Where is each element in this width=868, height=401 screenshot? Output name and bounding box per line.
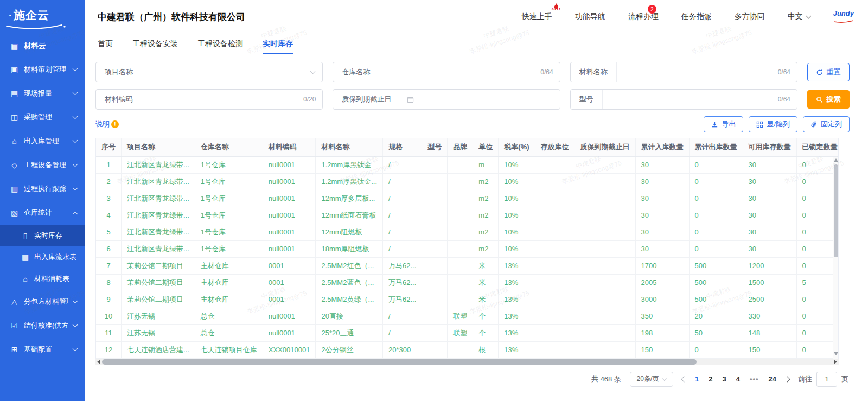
sidebar-item[interactable]: ◫采购管理 <box>0 105 85 129</box>
project-name-select[interactable]: 项目名称 <box>95 62 323 82</box>
material-name-input[interactable]: 材料名称 0/64 <box>570 62 797 82</box>
site-report-icon: ▤ <box>10 89 19 98</box>
page-number[interactable]: 1 <box>695 375 699 383</box>
sidebar-item[interactable]: ⌂出入库管理 <box>0 129 85 153</box>
sidebar: ·施企云 ▦ 材料云 ▣材料策划管理▤现场报量◫采购管理⌂出入库管理◇工程设备管… <box>0 0 85 401</box>
table-cell <box>575 240 635 257</box>
show-hide-columns-button[interactable]: 显/隐列 <box>749 116 797 132</box>
table-cell: 2 <box>96 173 122 190</box>
pin-columns-button[interactable]: 固定列 <box>803 116 850 132</box>
sidebar-item[interactable]: ◇工程设备管理 <box>0 153 85 177</box>
nav-item-label: 功能导航 <box>575 12 605 21</box>
sidebar-subitem[interactable]: ▯实时库存 <box>0 225 85 246</box>
table-row[interactable]: 7茉莉公馆二期项目主材仓库00012.5MM2红色（...万马62...米13%… <box>96 257 839 274</box>
table-row[interactable]: 4江北新区青龙绿带...1号仓库null000112mm纸面石膏板/m210%3… <box>96 207 839 224</box>
prev-page-button[interactable] <box>681 376 687 382</box>
table-cell: 10% <box>499 207 535 224</box>
table-cell: 主材仓库 <box>195 274 263 291</box>
table-cell: null0001 <box>263 324 316 341</box>
table-row[interactable]: 10江苏无锡总仓null000120直接/联塑个13%3502033000.4 <box>96 308 839 324</box>
table-row[interactable]: 8茉莉公馆二期项目主材仓库00012.5MM2蓝色（...万马62...米13%… <box>96 274 839 291</box>
model-input[interactable]: 型号 0/64 <box>570 89 797 110</box>
reset-button[interactable]: 重置 <box>807 63 850 81</box>
table-cell: / <box>383 207 422 224</box>
warehouse-name-counter: 0/64 <box>540 68 559 76</box>
sidebar-item[interactable]: △分包方材料管理 <box>0 290 85 314</box>
table-cell <box>448 207 473 224</box>
table-row[interactable]: 6江北新区青龙绿带...1号仓库null000118mm厚阻燃板/m210%30… <box>96 240 839 257</box>
table-cell <box>535 257 575 274</box>
note-link[interactable]: 说明 ! <box>95 119 119 129</box>
sidebar-section-material-cloud[interactable]: ▦ 材料云 <box>0 36 85 58</box>
table-cell: 江北新区青龙绿带... <box>122 173 195 190</box>
nav-item[interactable]: 流程办理2 <box>628 12 659 22</box>
sidebar-item[interactable]: ▧仓库统计 <box>0 201 85 225</box>
export-button[interactable]: 导出 <box>704 116 743 132</box>
horizontal-scroll-thumb[interactable] <box>102 359 697 365</box>
sidebar-item[interactable]: ▤现场报量 <box>0 81 85 105</box>
nav-item[interactable]: 任务指派 <box>681 12 712 22</box>
table-cell: 13% <box>499 274 535 291</box>
table-row[interactable]: 3江北新区青龙绿带...1号仓库null000112mm厚多层板.../m210… <box>96 190 839 207</box>
nav-item[interactable]: 快速上手HOT <box>522 12 552 22</box>
tab-item[interactable]: 工程设备安装 <box>132 34 178 54</box>
horizontal-scrollbar[interactable] <box>95 359 839 365</box>
scroll-down-icon[interactable] <box>834 352 838 355</box>
sidebar-item[interactable]: ⊞基础配置 <box>0 338 85 361</box>
warehouse-name-input[interactable]: 仓库名称 0/64 <box>333 62 560 82</box>
table-cell: 0001 <box>263 274 316 291</box>
page-number[interactable]: 3 <box>722 375 726 383</box>
sidebar-subitem[interactable]: ⌂材料消耗表 <box>0 268 85 290</box>
table-cell: 148 <box>743 324 796 341</box>
search-button[interactable]: 搜索 <box>807 90 850 109</box>
sidebar-item-label: 出入库管理 <box>24 136 59 146</box>
chevron-down-icon <box>73 186 78 191</box>
table-cell: 30 <box>635 190 689 207</box>
nav-item[interactable]: 中文 <box>788 12 810 22</box>
table-cell: 30 <box>635 156 689 173</box>
table-row[interactable]: 5江北新区青龙绿带...1号仓库null000112mm阻燃板/m210%300… <box>96 224 839 240</box>
table-cell: 13% <box>499 341 535 358</box>
scroll-up-icon[interactable] <box>834 158 838 162</box>
table-cell <box>575 257 635 274</box>
warranty-date-picker[interactable]: 质保到期截止日 <box>333 89 560 110</box>
vertical-scrollbar[interactable] <box>833 157 838 359</box>
table-row[interactable]: 2江北新区青龙绿带...1号仓库null00011.2mm厚黑钛金.../m21… <box>96 173 839 190</box>
refresh-icon <box>816 69 823 76</box>
tab-item[interactable]: 首页 <box>98 34 113 54</box>
page-number[interactable]: 2 <box>709 375 712 383</box>
table-cell: null0001 <box>263 240 316 257</box>
table-row[interactable]: 9茉莉公馆二期项目主材仓库00012.5MM2黄绿（...万马62...米13%… <box>96 291 839 308</box>
tab-item[interactable]: 工程设备检测 <box>197 34 243 54</box>
vertical-scroll-thumb[interactable] <box>834 164 838 257</box>
table-row[interactable]: 1江北新区青龙绿带...1号仓库null00011.2mm厚黑钛金/m10%30… <box>96 156 839 173</box>
tab-active[interactable]: 实时库存 <box>263 34 293 54</box>
sidebar-item-label: 结付核准(供方报) <box>24 321 68 330</box>
top-nav: 快速上手HOT功能导航流程办理2任务指派多方协同中文Jundy <box>522 10 854 24</box>
table-cell: m <box>473 156 499 173</box>
material-code-value <box>142 90 303 109</box>
material-code-input[interactable]: 材料编码 0/20 <box>95 89 323 110</box>
table-row[interactable]: 11江苏无锡总仓null000125*20三通/联塑个13%1985014800… <box>96 324 839 341</box>
table-cell <box>422 173 448 190</box>
scroll-left-icon[interactable] <box>97 360 100 364</box>
page-number[interactable]: 4 <box>736 375 740 383</box>
table-row[interactable]: 12七天连锁酒店营建...七天连锁项目仓库XXX00100012公分钢丝20*3… <box>96 341 839 358</box>
page-number[interactable]: 24 <box>769 375 776 383</box>
table-cell: 0001 <box>263 291 316 308</box>
sidebar-item[interactable]: ☑结付核准(供方报) <box>0 314 85 338</box>
page-size-select[interactable]: 20条/页 <box>630 372 673 387</box>
material-name-value <box>617 62 778 82</box>
nav-item[interactable]: 多方协同 <box>735 12 765 22</box>
sidebar-subitem[interactable]: ▤出入库流水表 <box>0 246 85 268</box>
table-cell: 江北新区青龙绿带... <box>122 156 195 173</box>
goto-page-input[interactable]: 1 <box>816 372 837 387</box>
next-page-button[interactable] <box>784 376 790 382</box>
table-cell: 总仓 <box>195 308 263 324</box>
sidebar-item[interactable]: ▥过程执行跟踪 <box>0 177 85 201</box>
sidebar-item[interactable]: ▣材料策划管理 <box>0 58 85 81</box>
page-size-value: 20条/页 <box>637 374 659 384</box>
nav-item[interactable]: 功能导航 <box>575 12 605 22</box>
table-cell: 6 <box>96 240 122 257</box>
scroll-right-icon[interactable] <box>834 360 837 364</box>
